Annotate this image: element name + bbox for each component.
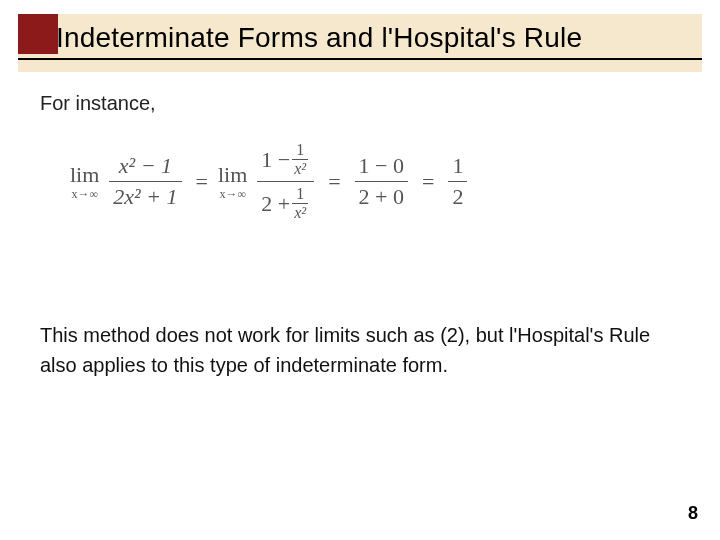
big-den-lead: 2 +	[261, 193, 290, 215]
equals-sign: =	[422, 169, 434, 195]
small-frac-num: 1 x²	[292, 142, 308, 177]
equals-sign: =	[196, 169, 208, 195]
big-num-lead: 1 −	[261, 149, 290, 171]
big-fraction: 1 − 1 x² 2 + 1 x²	[257, 140, 314, 223]
small-frac-top: 1	[294, 186, 306, 202]
limit-label: lim	[70, 164, 99, 186]
small-frac-den: 1 x²	[292, 186, 308, 221]
small-frac-bot: x²	[292, 161, 308, 177]
result-numerator: 1	[448, 153, 467, 179]
explanation-text: This method does not work for limits suc…	[40, 320, 680, 380]
lhs-fraction: x² − 1 2x² + 1	[109, 153, 181, 210]
limit-operator: lim x→∞	[218, 164, 247, 200]
plug-fraction: 1 − 0 2 + 0	[355, 153, 408, 210]
big-numerator: 1 − 1 x²	[257, 140, 314, 179]
result-denominator: 2	[448, 184, 467, 210]
limit-subscript: x→∞	[71, 188, 98, 200]
small-frac-top: 1	[294, 142, 306, 158]
limit-operator: lim x→∞	[70, 164, 99, 200]
result-fraction: 1 2	[448, 153, 467, 210]
equals-sign: =	[328, 169, 340, 195]
plug-denominator: 2 + 0	[355, 184, 408, 210]
page-number: 8	[688, 503, 698, 524]
lhs-numerator: x² − 1	[115, 153, 176, 179]
limit-subscript: x→∞	[219, 188, 246, 200]
lhs-denominator: 2x² + 1	[109, 184, 181, 210]
intro-text: For instance,	[40, 92, 156, 115]
title-underline	[18, 58, 702, 60]
equation-display: lim x→∞ x² − 1 2x² + 1 = lim x→∞ 1 − 1 x…	[70, 140, 471, 223]
plug-numerator: 1 − 0	[355, 153, 408, 179]
limit-label: lim	[218, 164, 247, 186]
accent-square	[18, 14, 58, 54]
big-denominator: 2 + 1 x²	[257, 184, 314, 223]
small-frac-bot: x²	[292, 205, 308, 221]
page-title: Indeterminate Forms and l'Hospital's Rul…	[56, 22, 702, 54]
